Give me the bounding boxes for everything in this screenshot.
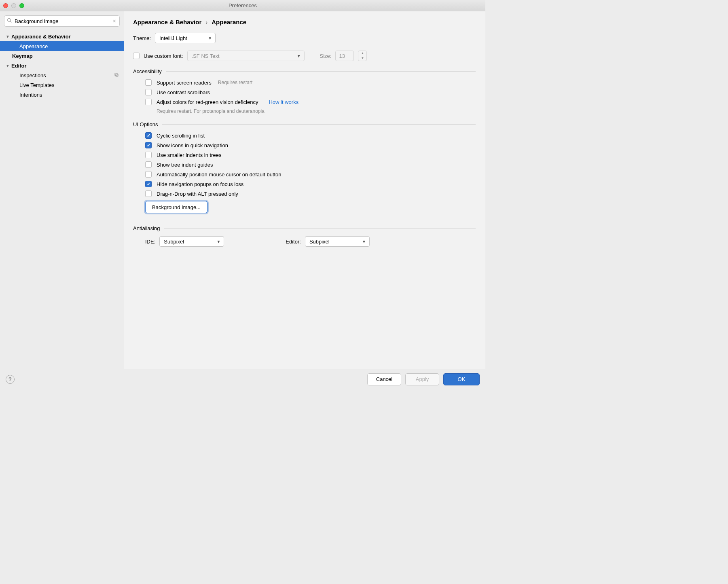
color-deficiency-helper: Requires restart. For protanopia and deu… xyxy=(157,108,476,114)
how-it-works-link[interactable]: How it works xyxy=(269,99,298,105)
settings-tree: ▼ Appearance & Behavior Appearance Keyma… xyxy=(0,30,124,99)
tree-guides-checkbox[interactable] xyxy=(145,161,152,168)
auto-cursor-label: Automatically position mouse cursor on d… xyxy=(157,171,281,178)
chevron-down-icon: ▼ xyxy=(362,239,366,244)
sidebar-item-appearance[interactable]: Appearance xyxy=(0,41,124,51)
chevron-up-icon[interactable]: ▲ xyxy=(358,51,366,56)
quick-nav-icons-checkbox[interactable] xyxy=(145,142,152,148)
smaller-indents-label: Use smaller indents in trees xyxy=(157,152,221,158)
dnd-alt-checkbox[interactable] xyxy=(145,190,152,197)
svg-rect-3 xyxy=(115,73,117,76)
chevron-down-icon: ▼ xyxy=(216,239,220,244)
search-field[interactable] xyxy=(15,18,112,24)
theme-value: IntelliJ Light xyxy=(159,35,187,41)
theme-label: Theme: xyxy=(133,35,151,41)
contrast-scrollbars-label: Use contrast scrollbars xyxy=(157,89,210,95)
copy-icon xyxy=(114,72,119,78)
contrast-scrollbars-checkbox[interactable] xyxy=(145,89,152,95)
hide-popups-label: Hide navigation popups on focus loss xyxy=(157,181,243,187)
font-size-stepper[interactable]: ▲ ▼ xyxy=(358,51,367,61)
aa-ide-value: Subpixel xyxy=(164,239,184,245)
svg-line-1 xyxy=(10,21,11,22)
color-deficiency-checkbox[interactable] xyxy=(145,99,152,105)
aa-editor-label: Editor: xyxy=(286,239,301,245)
section-ui-options: UI Options xyxy=(133,121,476,127)
sidebar-item-editor[interactable]: ▼ Editor xyxy=(0,61,124,70)
sidebar-item-inspections[interactable]: Inspections xyxy=(0,70,124,80)
sidebar-item-label: Live Templates xyxy=(19,82,54,88)
tree-guides-label: Show tree indent guides xyxy=(157,162,213,168)
section-accessibility: Accessibility xyxy=(133,68,476,74)
chevron-down-icon: ▼ xyxy=(297,54,301,58)
breadcrumb: Appearance & Behavior › Appearance xyxy=(133,19,476,25)
use-custom-font-label: Use custom font: xyxy=(144,53,183,59)
chevron-down-icon: ▼ xyxy=(208,36,212,40)
aa-editor-value: Subpixel xyxy=(309,239,330,245)
custom-font-select[interactable]: .SF NS Text ▼ xyxy=(187,51,305,61)
window-title: Preferences xyxy=(0,2,485,8)
svg-rect-2 xyxy=(116,74,118,76)
close-icon[interactable] xyxy=(3,3,8,8)
cyclic-scrolling-checkbox[interactable] xyxy=(145,132,152,139)
chevron-right-icon: › xyxy=(205,19,207,25)
screen-readers-label: Support screen readers xyxy=(157,80,212,86)
window-controls xyxy=(3,3,24,8)
color-deficiency-label: Adjust colors for red-green vision defic… xyxy=(157,99,258,105)
custom-font-value: .SF NS Text xyxy=(192,53,220,59)
apply-button[interactable]: Apply xyxy=(405,373,439,385)
aa-ide-select[interactable]: Subpixel ▼ xyxy=(159,236,224,247)
svg-point-0 xyxy=(8,19,11,22)
background-image-button[interactable]: Background Image... xyxy=(145,201,207,213)
chevron-down-icon[interactable]: ▼ xyxy=(358,56,366,61)
divider xyxy=(166,71,476,72)
quick-nav-icons-label: Show icons in quick navigation xyxy=(157,142,228,148)
font-size-label: Size: xyxy=(320,53,332,59)
font-size-input[interactable]: 13 xyxy=(335,51,354,61)
hide-popups-checkbox[interactable] xyxy=(145,181,152,187)
breadcrumb-parent: Appearance & Behavior xyxy=(133,19,201,25)
search-input[interactable]: × xyxy=(4,15,120,27)
help-icon[interactable]: ? xyxy=(6,375,15,384)
clear-icon[interactable]: × xyxy=(112,18,117,24)
zoom-icon[interactable] xyxy=(19,3,24,8)
screen-readers-checkbox[interactable] xyxy=(145,79,152,86)
sidebar-item-label: Keymap xyxy=(12,53,33,59)
dnd-alt-label: Drag-n-Drop with ALT pressed only xyxy=(157,191,238,197)
auto-cursor-checkbox[interactable] xyxy=(145,171,152,178)
sidebar-item-label: Editor xyxy=(11,63,27,69)
cyclic-scrolling-label: Cyclic scrolling in list xyxy=(157,133,205,139)
sidebar-item-intentions[interactable]: Intentions xyxy=(0,90,124,99)
sidebar-item-label: Inspections xyxy=(19,72,46,78)
sidebar-item-label: Appearance & Behavior xyxy=(11,34,71,40)
sidebar-item-appearance-behavior[interactable]: ▼ Appearance & Behavior xyxy=(0,32,124,41)
section-antialiasing: Antialiasing xyxy=(133,225,476,231)
divider xyxy=(164,228,476,229)
chevron-down-icon: ▼ xyxy=(6,63,10,68)
sidebar-item-label: Appearance xyxy=(19,43,48,49)
cancel-button[interactable]: Cancel xyxy=(367,373,401,385)
search-icon xyxy=(7,18,12,24)
font-size-value: 13 xyxy=(339,53,345,59)
footer: ? Cancel Apply OK xyxy=(0,369,485,389)
chevron-down-icon: ▼ xyxy=(6,34,10,39)
sidebar: × ▼ Appearance & Behavior Appearance Key… xyxy=(0,11,124,369)
section-title-label: Accessibility xyxy=(133,68,162,74)
section-title-label: UI Options xyxy=(133,121,158,127)
sidebar-item-live-templates[interactable]: Live Templates xyxy=(0,80,124,90)
titlebar: Preferences xyxy=(0,0,485,11)
use-custom-font-checkbox[interactable] xyxy=(133,53,140,59)
screen-readers-hint: Requires restart xyxy=(218,80,252,85)
aa-editor-select[interactable]: Subpixel ▼ xyxy=(305,236,370,247)
ok-button[interactable]: OK xyxy=(443,373,480,385)
sidebar-item-keymap[interactable]: Keymap xyxy=(0,51,124,61)
theme-select[interactable]: IntelliJ Light ▼ xyxy=(155,33,216,43)
content-panel: Appearance & Behavior › Appearance Theme… xyxy=(124,11,485,369)
divider xyxy=(162,124,476,125)
aa-ide-label: IDE: xyxy=(145,239,155,245)
sidebar-item-label: Intentions xyxy=(19,92,42,98)
smaller-indents-checkbox[interactable] xyxy=(145,152,152,158)
minimize-icon xyxy=(11,3,16,8)
section-title-label: Antialiasing xyxy=(133,225,160,231)
breadcrumb-current: Appearance xyxy=(212,19,246,25)
